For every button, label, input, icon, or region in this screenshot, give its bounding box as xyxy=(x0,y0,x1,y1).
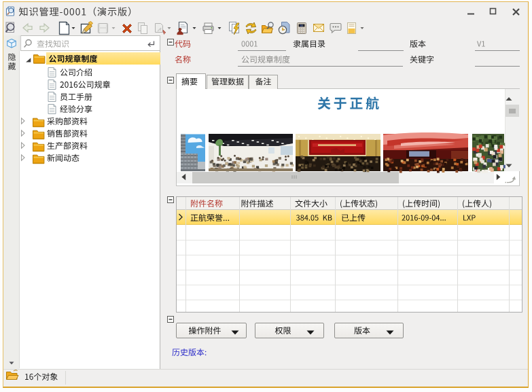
svg-text:10: 10 xyxy=(300,24,303,27)
